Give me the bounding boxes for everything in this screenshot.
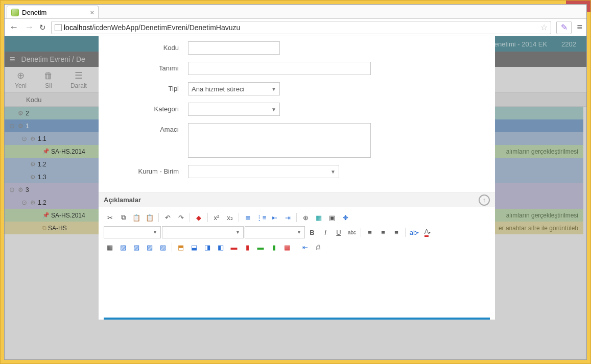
cell-split-icon[interactable]: ▮ — [268, 241, 280, 253]
superscript-icon[interactable]: x² — [210, 212, 223, 223]
forward-button[interactable]: → — [24, 22, 34, 33]
ordered-list-icon[interactable]: ≣ — [242, 212, 254, 223]
table-edit4-icon[interactable]: ▨ — [157, 241, 169, 253]
table-edit2-icon[interactable]: ▨ — [130, 241, 143, 253]
caret-down-icon: ▼ — [271, 107, 276, 112]
list-icon: ☰ — [75, 70, 83, 81]
row-insert-icon[interactable]: ⬒ — [175, 241, 187, 253]
table-props-icon[interactable]: ⎙ — [312, 241, 324, 253]
italic-button[interactable]: I — [319, 227, 332, 238]
row-code: 1.2 — [38, 161, 46, 168]
col-insert2-icon[interactable]: ◧ — [215, 241, 227, 253]
row-code: 1.2 — [38, 199, 46, 206]
trash-icon: 🗑 — [44, 70, 53, 81]
align-left-icon[interactable]: ≡ — [364, 227, 376, 238]
cell-merge-icon[interactable]: ▬ — [254, 241, 267, 253]
outdent-icon[interactable]: ⇤ — [268, 212, 280, 223]
row-insert2-icon[interactable]: ⬓ — [188, 241, 200, 253]
favicon-icon — [11, 9, 19, 16]
extension-button[interactable]: ✎ — [556, 21, 572, 34]
section-aciklamalar: Açıklamalar ↑ — [99, 192, 495, 207]
amaci-textarea[interactable] — [188, 123, 371, 158]
paste-icon[interactable]: 📋 — [130, 212, 143, 223]
undo-icon[interactable]: ↶ — [161, 212, 174, 223]
row-code: 1 — [26, 123, 29, 130]
kodu-input[interactable] — [188, 41, 280, 55]
kategori-select[interactable]: ▼ — [188, 103, 280, 116]
col-delete-icon[interactable]: ▮ — [241, 241, 253, 253]
num-label: 2202 — [561, 40, 576, 48]
kurum-select[interactable]: ▼ — [188, 165, 339, 178]
caret-down-icon: ▼ — [330, 169, 336, 175]
collapse-section-icon[interactable]: ↑ — [479, 195, 490, 206]
col-insert-icon[interactable]: ◨ — [201, 241, 214, 253]
redo-icon[interactable]: ↷ — [175, 212, 187, 223]
row-code: SA-HS.2014 — [51, 212, 85, 219]
collapse-button[interactable]: ☰Daralt — [70, 70, 87, 89]
highlight-icon[interactable]: ab▾ — [408, 227, 420, 238]
tipi-select[interactable]: Ana hizmet süreci ▼ — [188, 82, 280, 95]
back-button[interactable]: ← — [9, 22, 19, 33]
tab-close-icon[interactable]: × — [90, 9, 94, 16]
tab-title: Denetim — [22, 9, 46, 16]
table-edit-icon[interactable]: ▨ — [117, 241, 129, 253]
tanimi-input[interactable] — [188, 62, 371, 75]
table-edit3-icon[interactable]: ▨ — [144, 241, 156, 253]
gear-icon: ⚙ — [18, 186, 23, 193]
expand-icon[interactable]: ⊙ — [18, 135, 30, 142]
table-back-icon[interactable]: ⇤ — [299, 241, 311, 253]
paste-special-icon[interactable]: 📋 — [144, 212, 156, 223]
table-delete-icon[interactable]: ▦ — [281, 241, 293, 253]
align-right-icon[interactable]: ≡ — [390, 227, 403, 238]
strike-button[interactable]: abc — [346, 227, 358, 238]
label-amaci: Amacı — [114, 123, 188, 133]
media-icon[interactable]: ▣ — [326, 212, 338, 223]
reload-button[interactable]: ↻ — [39, 23, 46, 32]
indent-icon[interactable]: ⇥ — [281, 212, 294, 223]
bold-button[interactable]: B — [306, 227, 318, 238]
gear-icon: ⚙ — [30, 174, 36, 181]
font-select[interactable]: ▼ — [162, 226, 244, 238]
hamburger-icon[interactable]: ≡ — [10, 54, 15, 65]
expand-icon[interactable]: ⊙ — [18, 199, 30, 206]
label-kurum: Kurum - Birim — [114, 165, 188, 175]
address-bar[interactable]: localhost/icdenWebApp/DenetimEvreni/Dene… — [51, 21, 551, 34]
editor-content[interactable] — [104, 257, 490, 320]
caret-down-icon: ▼ — [271, 86, 276, 92]
page-icon — [55, 24, 62, 31]
format-select[interactable]: ▼ — [104, 226, 161, 238]
new-button[interactable]: ⊕Yeni — [15, 70, 27, 89]
link-icon[interactable]: ⊕ — [299, 212, 312, 223]
copy-icon[interactable]: ⧉ — [117, 212, 129, 223]
expand-icon[interactable]: ⊙ — [6, 122, 18, 130]
expand-icon[interactable]: ⊙ — [6, 186, 18, 193]
row-code: SA-HS — [48, 225, 67, 232]
font-color-icon[interactable]: A▾ — [421, 227, 434, 238]
unordered-list-icon[interactable]: ⋮≡ — [255, 212, 267, 223]
browser-tab-strip: Denetim × — [5, 5, 586, 19]
cut-icon[interactable]: ✂ — [104, 212, 116, 223]
breadcrumb: Denetim Evreni / De — [21, 55, 85, 63]
underline-button[interactable]: U — [333, 227, 345, 238]
pin-icon: 📌 — [42, 212, 50, 219]
delete-button[interactable]: 🗑Sil — [44, 70, 53, 89]
clear-format-icon[interactable]: ◆ — [193, 212, 205, 223]
bookmark-icon[interactable]: ☆ — [540, 22, 548, 32]
edit-modal: Kodu Tanımı Tipi Ana hizmet süreci ▼ Kat… — [99, 36, 495, 320]
anchor-icon[interactable]: ✥ — [339, 212, 351, 223]
row-code: 1.1 — [38, 135, 46, 142]
row-delete-icon[interactable]: ▬ — [228, 241, 240, 253]
pin-icon: 📌 — [42, 148, 50, 155]
table-icon[interactable]: ▦ — [104, 241, 116, 253]
gear-icon: ⚙ — [18, 123, 23, 130]
row-code: 1.3 — [38, 174, 46, 181]
subscript-icon[interactable]: x₂ — [224, 212, 236, 223]
align-center-icon[interactable]: ≡ — [377, 227, 389, 238]
size-select[interactable]: ▼ — [245, 226, 305, 238]
browser-tab[interactable]: Denetim × — [7, 6, 99, 18]
image-icon[interactable]: ▦ — [313, 212, 325, 223]
row-code: SA-HS.2014 — [51, 148, 85, 155]
row-code: 2 — [26, 110, 29, 117]
menu-icon[interactable]: ≡ — [577, 22, 582, 33]
duplicate-icon: ⧉ — [42, 225, 46, 231]
